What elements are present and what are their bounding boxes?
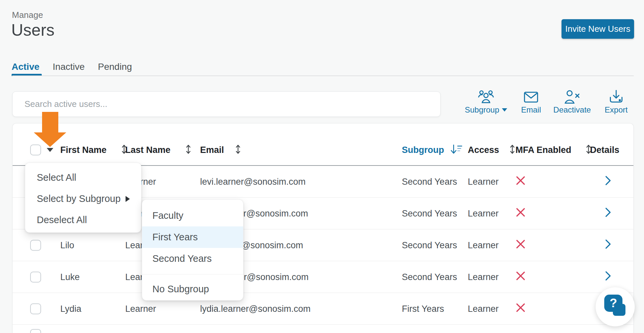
email-envelope-icon xyxy=(523,89,539,105)
cell-subgroup: First Years xyxy=(402,304,444,314)
menu-item-select-by-subgroup[interactable]: Select by Subgroup xyxy=(25,188,141,209)
cell-subgroup: Second Years xyxy=(402,176,457,187)
cell-email: lydia.learner@sonosim.com xyxy=(200,304,311,314)
deactivate-user-icon xyxy=(564,89,580,105)
header-details: Details xyxy=(590,145,619,155)
header-access[interactable]: Access xyxy=(468,145,499,155)
cell-access: Learner xyxy=(468,304,499,314)
row-checkbox[interactable] xyxy=(30,271,41,282)
table-row: Lilo Learner lilo.learner@sonosim.com Se… xyxy=(13,229,633,261)
submenu-expand-icon xyxy=(126,196,130,202)
status-tabs: Active Inactive Pending xyxy=(12,62,132,72)
tab-inactive[interactable]: Inactive xyxy=(53,62,85,72)
submenu-item-no-subgroup[interactable]: No Subgroup xyxy=(142,274,243,294)
sort-subgroup-descending-icon[interactable] xyxy=(450,144,462,156)
subgroup-submenu: Faculty First Years Second Years No Subg… xyxy=(142,199,243,301)
cell-access: Learner xyxy=(468,240,499,250)
table-row: Luke Learner luke.learner@sonosim.com Se… xyxy=(13,261,633,293)
selection-menu-caret-icon[interactable] xyxy=(47,148,53,152)
page-title: Users xyxy=(11,21,55,40)
mfa-disabled-x-icon xyxy=(515,303,526,315)
tab-pending[interactable]: Pending xyxy=(98,62,132,72)
manage-users-page: Manage Users Invite New Users Active Ina… xyxy=(0,0,644,333)
toolbar-export-label: Export xyxy=(590,105,643,115)
selection-context-menu: Select All Select by Subgroup Deselect A… xyxy=(25,163,141,233)
row-details-chevron-icon[interactable] xyxy=(605,239,611,252)
tabs-divider xyxy=(12,75,634,76)
mfa-disabled-x-icon xyxy=(515,239,526,252)
tab-active[interactable]: Active xyxy=(12,62,39,72)
mfa-disabled-x-icon xyxy=(515,175,526,188)
tutorial-arrow-head-icon xyxy=(34,132,66,147)
row-details-chevron-icon[interactable] xyxy=(605,207,611,220)
header-first-name[interactable]: First Name xyxy=(60,145,107,155)
cell-first-name: Luke xyxy=(60,272,80,282)
cell-email: levi.learner@sonosim.com xyxy=(200,176,306,187)
toolbar-subgroup-label: Subgroup xyxy=(465,105,499,114)
mfa-disabled-x-icon xyxy=(515,271,526,283)
help-question-icon: ? xyxy=(604,295,622,312)
cell-subgroup: Second Years xyxy=(402,240,457,250)
row-details-chevron-icon[interactable] xyxy=(605,175,611,188)
export-download-icon xyxy=(609,89,624,105)
header-mfa-enabled[interactable]: MFA Enabled xyxy=(515,145,571,155)
table-row: Lydia Learner lydia.learner@sonosim.com … xyxy=(13,293,633,325)
cell-access: Learner xyxy=(468,208,499,218)
invite-new-users-button[interactable]: Invite New Users xyxy=(562,19,634,39)
row-checkbox[interactable] xyxy=(30,329,41,333)
header-email[interactable]: Email xyxy=(200,145,224,155)
menu-item-select-all[interactable]: Select All xyxy=(25,167,141,188)
cell-first-name: Lilo xyxy=(60,240,74,250)
search-input[interactable] xyxy=(12,91,441,117)
table-header-row: First Name Last Name Email Subgroup Acce… xyxy=(13,123,633,166)
cell-access: Learner xyxy=(468,176,499,187)
sort-email-icon[interactable] xyxy=(235,144,241,156)
subgroup-people-icon xyxy=(478,89,494,105)
header-subgroup[interactable]: Subgroup xyxy=(402,145,444,155)
row-checkbox[interactable] xyxy=(30,240,41,251)
cell-first-name: Lydia xyxy=(60,304,81,314)
row-details-chevron-icon[interactable] xyxy=(605,271,611,283)
sort-last-name-icon[interactable] xyxy=(186,144,191,156)
cell-subgroup: Second Years xyxy=(402,208,457,218)
menu-item-deselect-all[interactable]: Deselect All xyxy=(25,209,141,230)
toolbar-export-button[interactable]: Export xyxy=(590,89,643,115)
cell-access: Learner xyxy=(468,272,499,282)
header-last-name[interactable]: Last Name xyxy=(125,145,171,155)
submenu-item-second-years[interactable]: Second Years xyxy=(142,248,243,269)
submenu-item-faculty[interactable]: Faculty xyxy=(142,205,243,226)
tutorial-arrow xyxy=(42,112,58,133)
help-button[interactable]: ? xyxy=(596,287,635,326)
sort-access-icon[interactable] xyxy=(510,144,515,156)
cell-last-name: Learner xyxy=(125,304,156,314)
cell-subgroup: Second Years xyxy=(402,272,457,282)
page-eyebrow: Manage xyxy=(12,10,43,20)
row-checkbox[interactable] xyxy=(30,303,41,314)
mfa-disabled-x-icon xyxy=(515,207,526,220)
submenu-item-first-years[interactable]: First Years xyxy=(142,226,243,248)
